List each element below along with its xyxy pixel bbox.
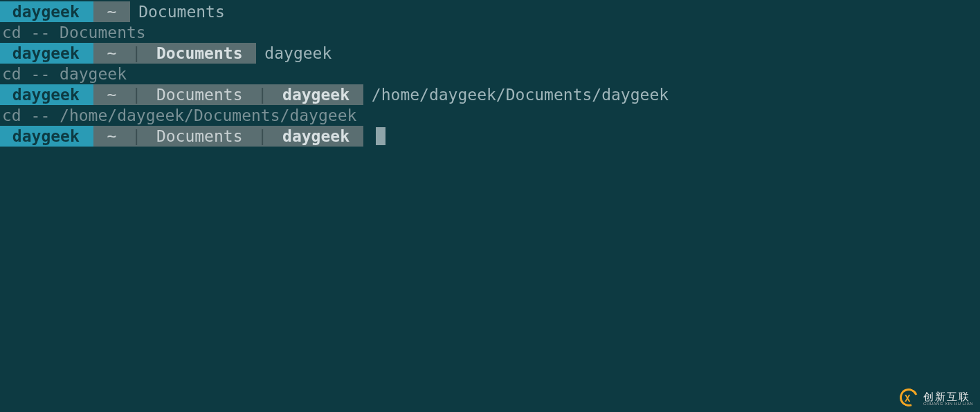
prompt-path-segment: ~ [93,1,131,22]
prompt-path-segment: Documents [143,126,256,147]
prompt-path-segment: ~ [93,84,131,105]
terminal-line: daygeek ~ | Documents | daygeek /home/da… [0,84,980,105]
output-text: cd -- Documents [0,22,146,43]
terminal-line: cd -- /home/daygeek/Documents/daygeek [0,105,980,126]
watermark-cn-text: 创新互联 [923,391,973,402]
cursor-icon [376,127,385,145]
prompt-path-segment: Documents [143,43,256,64]
terminal-area[interactable]: daygeek ~ Documentscd -- Documents dayge… [0,0,980,147]
prompt-separator-icon: | [256,84,269,105]
prompt-user-segment: daygeek [0,126,93,147]
prompt-separator-icon: | [130,126,143,147]
prompt-path-segment: daygeek [269,84,363,105]
prompt-path-segment: ~ [93,43,131,64]
terminal-line: daygeek ~ | Documents daygeek [0,43,980,64]
prompt-path-segment: ~ [93,126,131,147]
terminal-line: daygeek ~ Documents [0,1,980,22]
prompt-user-segment: daygeek [0,1,93,22]
terminal-line: cd -- daygeek [0,64,980,84]
terminal-line: daygeek ~ | Documents | daygeek [0,126,980,147]
prompt-path-segment: daygeek [269,126,363,147]
watermark: X 创新互联 CHUANG XIN HU LIAN [900,388,973,408]
terminal-line: cd -- Documents [0,22,980,43]
command-input-text: daygeek [256,43,332,64]
watermark-en-text: CHUANG XIN HU LIAN [923,402,973,406]
output-text: cd -- /home/daygeek/Documents/daygeek [0,105,356,126]
command-input-text: /home/daygeek/Documents/daygeek [363,84,669,105]
prompt-separator-icon: | [130,43,143,64]
prompt-separator-icon: | [130,84,143,105]
prompt-path-segment: Documents [143,84,256,105]
prompt-user-segment: daygeek [0,84,93,105]
output-text: cd -- daygeek [0,64,127,84]
prompt-user-segment: daygeek [0,43,93,64]
watermark-logo-icon: X [900,388,919,408]
prompt-separator-icon: | [256,126,269,147]
command-input-text: Documents [130,1,225,22]
